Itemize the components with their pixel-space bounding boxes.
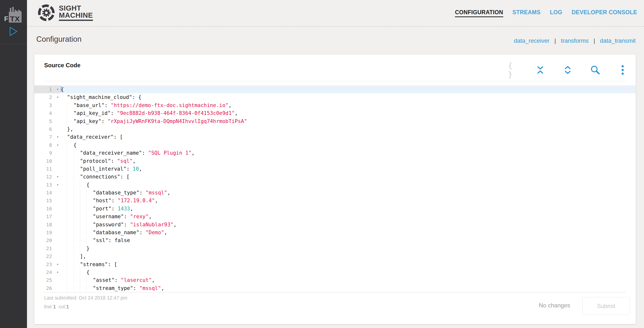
code-line-3[interactable]: 3 "base_url": "https://demo-ftx-doc.sigh… xyxy=(34,101,636,109)
nav-log[interactable]: LOG xyxy=(550,9,562,17)
nav-configuration[interactable]: CONFIGURATION xyxy=(455,9,503,17)
fold-toggle-icon[interactable]: ▾ xyxy=(57,93,58,101)
json-text: , xyxy=(161,285,164,291)
code-line-16[interactable]: 16 "port": 1433, xyxy=(34,205,636,213)
code-text: { xyxy=(60,141,636,149)
code-line-5[interactable]: 5 "api_key": "rXpajiJyWRnFK9ta-DQmpN4Ihv… xyxy=(34,117,636,125)
sidebar-divider xyxy=(0,44,27,44)
json-text: , xyxy=(164,230,167,235)
ftx-logo[interactable]: F TX xyxy=(0,4,27,23)
code-line-15[interactable]: 15 "host": "172.19.0.4", xyxy=(34,197,636,204)
indent-guide xyxy=(67,142,73,148)
indent-guide xyxy=(74,174,80,180)
code-editor[interactable]: 1▾{2▾ "sight_machine_cloud": {3 "base_ur… xyxy=(34,85,636,292)
indent-guide xyxy=(80,237,86,243)
cursor-position: line:1 col:1 xyxy=(44,304,69,309)
json-text: "username": xyxy=(93,214,130,219)
fold-toggle-icon[interactable]: ▾ xyxy=(57,260,58,268)
code-line-13[interactable]: 13▾ { xyxy=(34,181,636,189)
line-number: 10 xyxy=(34,157,60,165)
fold-toggle-icon[interactable]: ▾ xyxy=(57,85,58,93)
code-line-7[interactable]: 7▾ "data_receiver": [ xyxy=(34,133,636,141)
code-line-12[interactable]: 12▾ "connections": [ xyxy=(34,173,636,181)
code-line-23[interactable]: 23▾ "streams": [ xyxy=(34,260,636,268)
json-string: "Demo" xyxy=(146,230,164,235)
code-line-24[interactable]: 24▾ { xyxy=(34,268,636,276)
code-text: "data_receiver_name": "SQL Plugin 1", xyxy=(60,149,636,157)
nav-developer-console[interactable]: DEVELOPER CONSOLE xyxy=(572,9,637,17)
ftx-letters-tx: TX xyxy=(10,15,20,23)
code-line-10[interactable]: 10 "protocol": "sql", xyxy=(34,157,636,165)
code-line-22[interactable]: 22 ], xyxy=(34,252,636,260)
indent-guide xyxy=(86,190,93,196)
code-text: "database_name": "Demo", xyxy=(60,229,636,236)
collapse-all-icon[interactable] xyxy=(535,65,545,75)
line-number: 5 xyxy=(34,117,60,125)
code-line-26[interactable]: 26 "stream_type": "mssql", xyxy=(34,284,636,292)
submit-button[interactable]: Submit xyxy=(582,297,630,315)
code-line-11[interactable]: 11 "poll_interval": 10, xyxy=(34,165,636,173)
json-text: "streams": [ xyxy=(80,261,117,267)
code-text: "database_type": "mssql", xyxy=(60,189,636,197)
indent-guide xyxy=(74,206,80,212)
json-text: } xyxy=(86,245,90,251)
indent-guide xyxy=(67,166,73,172)
json-text: "port": xyxy=(93,206,118,212)
sight-machine-logo[interactable]: SIGHT MACHINE xyxy=(37,4,93,22)
fold-toggle-icon[interactable]: ▾ xyxy=(57,133,58,141)
json-text: , xyxy=(192,150,195,156)
code-line-25[interactable]: 25 "asset": "lasercut", xyxy=(34,276,636,284)
indent-guide xyxy=(74,150,80,156)
source-code-panel: Source Code { } xyxy=(34,55,636,324)
code-line-1[interactable]: 1▾{ xyxy=(34,85,636,93)
link-transforms[interactable]: transforms xyxy=(561,37,588,44)
format-braces-icon[interactable]: { } xyxy=(508,65,518,75)
indent-guide xyxy=(67,222,73,228)
code-text: "password": "islaNublar93", xyxy=(60,221,636,229)
code-line-8[interactable]: 8▾ { xyxy=(34,141,636,149)
json-text: "base_url": xyxy=(74,102,111,108)
fold-toggle-icon[interactable]: ▾ xyxy=(57,181,58,189)
indent-guide xyxy=(74,198,80,203)
indent-guide xyxy=(74,230,80,235)
line-number: 13▾ xyxy=(34,181,60,189)
col-value: 1 xyxy=(66,304,69,309)
more-menu-icon[interactable] xyxy=(618,65,628,75)
code-line-20[interactable]: 20 "ssl": false xyxy=(34,236,636,244)
indent-guide xyxy=(74,214,80,219)
json-text: "protocol": xyxy=(80,158,117,164)
code-line-18[interactable]: 18 "password": "islaNublar93", xyxy=(34,221,636,229)
code-text: "api_key_id": "9ec8882d-b938-464f-8364-0… xyxy=(60,109,636,117)
fold-toggle-icon[interactable]: ▾ xyxy=(57,141,58,149)
nav-streams[interactable]: STREAMS xyxy=(512,9,541,17)
line-number: 24▾ xyxy=(34,268,60,276)
indent-guide xyxy=(80,269,86,275)
fold-toggle-icon[interactable]: ▾ xyxy=(57,173,58,181)
code-line-4[interactable]: 4 "api_key_id": "9ec8882d-b938-464f-8364… xyxy=(34,109,636,117)
section-links: data_receiver | transforms | data_transm… xyxy=(514,37,636,44)
code-line-17[interactable]: 17 "username": "rexy", xyxy=(34,213,636,220)
link-data-transmit[interactable]: data_transmit xyxy=(600,37,636,44)
json-number: 10 xyxy=(133,166,139,172)
code-line-21[interactable]: 21 } xyxy=(34,244,636,252)
play-icon[interactable] xyxy=(9,27,18,36)
code-line-9[interactable]: 9 "data_receiver_name": "SQL Plugin 1", xyxy=(34,149,636,157)
search-icon[interactable] xyxy=(590,65,600,75)
expand-all-icon[interactable] xyxy=(563,65,573,75)
indent-guide xyxy=(80,198,86,203)
indent-guide xyxy=(67,214,73,219)
line-number: 11 xyxy=(34,165,60,173)
fold-toggle-icon[interactable]: ▾ xyxy=(57,268,58,276)
link-data-receiver[interactable]: data_receiver xyxy=(514,37,549,44)
json-text: { xyxy=(74,142,77,148)
indent-guide xyxy=(80,206,86,212)
indent-guide xyxy=(67,118,73,124)
line-number: 14 xyxy=(34,189,60,197)
header-dotted-divider xyxy=(27,26,644,27)
json-text: , xyxy=(155,198,158,203)
code-line-6[interactable]: 6 }, xyxy=(34,125,636,133)
code-line-14[interactable]: 14 "database_type": "mssql", xyxy=(34,189,636,197)
code-line-19[interactable]: 19 "database_name": "Demo", xyxy=(34,229,636,236)
json-text: "poll_interval": xyxy=(80,166,133,172)
code-line-2[interactable]: 2▾ "sight_machine_cloud": { xyxy=(34,93,636,101)
